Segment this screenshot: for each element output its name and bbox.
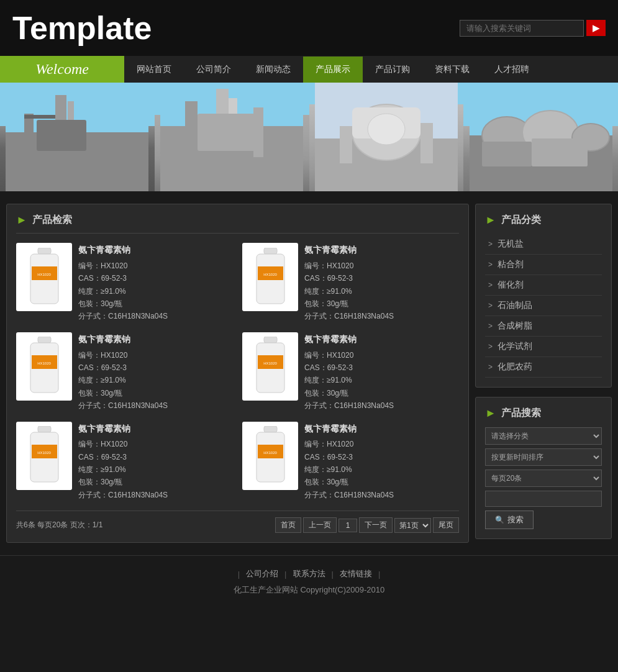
- category-label: 化肥农药: [498, 361, 532, 373]
- product-item[interactable]: HX1020 氨卞青霉素钠 编号：HX1020 CAS：69-52-3 纯度：≥…: [16, 332, 233, 412]
- footer-link-contact[interactable]: 联系方法: [293, 568, 325, 579]
- cat-chevron-icon: >: [488, 322, 493, 330]
- category-arrow-icon: ►: [485, 214, 496, 227]
- nav-item-home[interactable]: 网站首页: [124, 57, 184, 83]
- svg-rect-48: [264, 426, 277, 432]
- cat-chevron-icon: >: [488, 240, 493, 248]
- product-code-5: 编号：HX1020: [78, 438, 168, 450]
- nav-item-recruit[interactable]: 人才招聘: [482, 57, 542, 83]
- main-content: ► 产品检索 HX1020 氨卞青霉素钠 编号：HX1020 CAS：69-: [0, 191, 618, 555]
- product-name-5: 氨卞青霉素钠: [78, 422, 168, 437]
- product-search-form: 请选择分类 按更新时间排序 每页20条 🔍 搜索: [485, 427, 602, 529]
- nav-item-news[interactable]: 新闻动态: [243, 57, 303, 83]
- category-item-catalyst[interactable]: > 催化剂: [485, 275, 602, 296]
- banner-img-placeholder-1: [0, 83, 155, 191]
- product-code-1: 编号：HX1020: [78, 260, 168, 272]
- product-package-1: 包装：30g/瓶: [78, 297, 168, 310]
- category-item-fertilizer[interactable]: > 化肥农药: [485, 357, 602, 378]
- svg-rect-27: [532, 138, 588, 166]
- banner-image-3: [309, 83, 464, 191]
- product-package-6: 包装：30g/瓶: [304, 476, 394, 488]
- svg-text:HX1020: HX1020: [37, 273, 51, 276]
- svg-rect-32: [264, 248, 277, 254]
- product-purity-2: 纯度：≥91.0%: [304, 285, 394, 297]
- product-item[interactable]: HX1020 氨卞青霉素钠 编号：HX1020 CAS：69-52-3 纯度：≥…: [16, 422, 233, 502]
- category-item-inorganic[interactable]: > 无机盐: [485, 234, 602, 255]
- product-package-4: 包装：30g/瓶: [304, 387, 394, 399]
- category-item-resin[interactable]: > 合成树脂: [485, 316, 602, 337]
- pagination-buttons: 首页 上一页 下一页 第1页 尾页: [275, 517, 459, 533]
- product-item[interactable]: HX1020 氨卞青霉素钠 编号：HX1020 CAS：69-52-3 纯度：≥…: [242, 422, 459, 502]
- page-next-btn[interactable]: 下一页: [359, 517, 393, 533]
- search-button[interactable]: ▶: [586, 20, 606, 36]
- nav-item-products[interactable]: 产品展示: [303, 57, 363, 83]
- product-code-6: 编号：HX1020: [304, 438, 394, 450]
- product-search-title-label: 产品搜索: [501, 407, 541, 420]
- page-last-btn[interactable]: 尾页: [433, 517, 459, 533]
- banner-image-4: [463, 83, 618, 191]
- page-prev-btn[interactable]: 上一页: [303, 517, 337, 533]
- category-item-adhesive[interactable]: > 粘合剂: [485, 255, 602, 275]
- footer-link-friendly[interactable]: 友情链接: [340, 568, 372, 579]
- svg-rect-28: [38, 248, 51, 254]
- product-info-4: 氨卞青霉素钠 编号：HX1020 CAS：69-52-3 纯度：≥91.0% 包…: [304, 332, 394, 412]
- products-section: ► 产品检索 HX1020 氨卞青霉素钠 编号：HX1020 CAS：69-: [6, 204, 469, 543]
- page-number-input[interactable]: [339, 519, 357, 532]
- product-search-box: ► 产品搜索 请选择分类 按更新时间排序 每页20条 🔍 搜索: [475, 397, 612, 539]
- keyword-input[interactable]: [485, 491, 602, 507]
- cat-chevron-icon: >: [488, 301, 493, 310]
- nav-item-download[interactable]: 资料下载: [422, 57, 482, 83]
- footer-divider-2: |: [332, 570, 334, 579]
- product-name-3: 氨卞青霉素钠: [78, 332, 168, 347]
- per-page-select[interactable]: 每页20条: [485, 470, 602, 487]
- product-formula-3: 分子式：C16H18N3Na04S: [78, 399, 168, 412]
- product-purity-1: 纯度：≥91.0%: [78, 285, 168, 297]
- product-item[interactable]: HX1020 氨卞青霉素钠 编号：HX1020 CAS：69-52-3 纯度：≥…: [242, 332, 459, 412]
- category-label: 化学试剂: [498, 341, 532, 352]
- product-item[interactable]: HX1020 氨卞青霉素钠 编号：HX1020 CAS：69-52-3 纯度：≥…: [242, 243, 459, 323]
- product-info-1: 氨卞青霉素钠 编号：HX1020 CAS：69-52-3 纯度：≥91.0% 包…: [78, 243, 168, 323]
- search-input[interactable]: [460, 20, 584, 37]
- cat-chevron-icon: >: [488, 342, 493, 351]
- category-select[interactable]: 请选择分类: [485, 427, 602, 445]
- product-info-5: 氨卞青霉素钠 编号：HX1020 CAS：69-52-3 纯度：≥91.0% 包…: [78, 422, 168, 502]
- product-package-5: 包装：30g/瓶: [78, 476, 168, 488]
- svg-text:HX1020: HX1020: [37, 451, 51, 455]
- search-area: ▶: [460, 20, 606, 37]
- svg-rect-13: [253, 107, 263, 157]
- product-cas-4: CAS：69-52-3: [304, 361, 394, 374]
- product-image-1: HX1020: [16, 243, 72, 311]
- page-first-btn[interactable]: 首页: [275, 517, 301, 533]
- pagination-bar: 共6条 每页20条 页次：1/1 首页 上一页 下一页 第1页 尾页: [16, 511, 459, 533]
- product-name-2: 氨卞青霉素钠: [304, 243, 394, 258]
- products-title-label: 产品检索: [32, 214, 72, 227]
- product-name-4: 氨卞青霉素钠: [304, 332, 394, 347]
- sort-select[interactable]: 按更新时间排序: [485, 448, 602, 466]
- product-formula-1: 分子式：C16H18N3Na04S: [78, 310, 168, 322]
- category-item-reagent[interactable]: > 化学试剂: [485, 337, 602, 357]
- product-search-title: ► 产品搜索: [485, 407, 602, 420]
- category-label: 无机盐: [498, 238, 524, 250]
- product-purity-4: 纯度：≥91.0%: [304, 374, 394, 386]
- svg-rect-36: [38, 337, 51, 343]
- sidebar: ► 产品分类 > 无机盐 > 粘合剂 > 催化剂 > 石油制品: [475, 204, 612, 543]
- footer-copyright: 化工生产企业网站 Copyright(C)2009-2010: [12, 584, 606, 596]
- nav-item-about[interactable]: 公司简介: [184, 57, 243, 83]
- category-label: 催化剂: [498, 279, 524, 291]
- nav-item-order[interactable]: 产品订购: [363, 57, 422, 83]
- svg-rect-12: [185, 101, 198, 157]
- svg-text:HX1020: HX1020: [263, 451, 277, 455]
- product-item[interactable]: HX1020 氨卞青霉素钠 编号：HX1020 CAS：69-52-3 纯度：≥…: [16, 243, 233, 323]
- product-image-4: HX1020: [242, 332, 298, 401]
- site-title: Template: [12, 9, 152, 47]
- svg-rect-5: [24, 114, 34, 157]
- product-cas-3: CAS：69-52-3: [78, 361, 168, 374]
- page-jump-select[interactable]: 第1页: [394, 518, 431, 533]
- product-cas-6: CAS：69-52-3: [304, 451, 394, 463]
- category-label: 石油制品: [498, 300, 532, 311]
- product-cas-1: CAS：69-52-3: [78, 272, 168, 284]
- category-item-petroleum[interactable]: > 石油制品: [485, 296, 602, 316]
- footer-link-about[interactable]: 公司介绍: [246, 568, 278, 579]
- pagination-info: 共6条 每页20条 页次：1/1: [16, 520, 102, 530]
- product-search-button[interactable]: 🔍 搜索: [485, 511, 534, 529]
